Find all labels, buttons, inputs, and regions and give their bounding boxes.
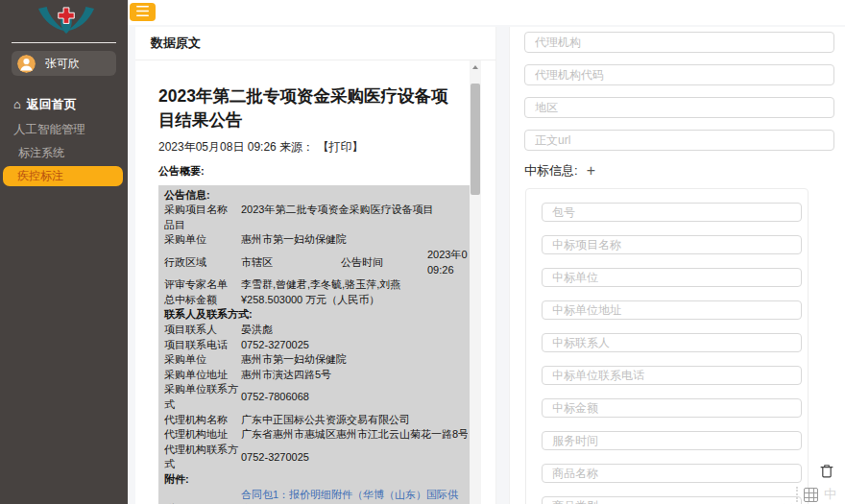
product-category-select[interactable] — [542, 496, 802, 504]
notice-row: 项目联系电话0752-3270025 — [164, 338, 468, 353]
trash-icon — [820, 467, 833, 481]
sidebar-item-label: 返回首页 — [27, 97, 77, 111]
notice-value: 品目 — [164, 218, 468, 233]
notice-row: 采购单位惠州市第一妇幼保健院 — [164, 232, 468, 248]
notice-row: 项目联系人晏洪彪 — [164, 323, 468, 338]
user-chip[interactable]: 张可欣 — [12, 51, 116, 76]
article-meta: 2023年05月08日 09:26 来源： 【打印】 — [158, 139, 493, 156]
sidebar-item-label: 人工智能管理 — [13, 123, 85, 136]
sidebar-menu: ⌂返回首页人工智能管理标注系统疾控标注 — [0, 92, 128, 186]
notice-row: 评审专家名单李雪群,曾健君,李冬毓,骆玉萍,刘燕 — [164, 277, 468, 293]
input-bid-winner[interactable] — [542, 268, 802, 287]
annotation-form-panel: 中标信息: + — [509, 27, 845, 504]
document-panel: 数据原文 2023年第二批专项资金采购医疗设备项目结果公告 2023年05月08… — [135, 27, 496, 504]
panel-title: 数据原文 — [151, 35, 201, 52]
notice-label: 总中标金额 — [164, 293, 241, 308]
notice-label: 采购单位 — [164, 352, 241, 368]
home-icon: ⌂ — [13, 97, 21, 111]
sidebar: 张可欣 ⌂返回首页人工智能管理标注系统疾控标注 — [0, 0, 128, 504]
ime-status-text: 中 人 — [824, 486, 845, 503]
notice-value: 广东省惠州市惠城区惠州市江北云山菊花一路8号办 — [241, 427, 468, 443]
input-product-name[interactable] — [542, 464, 802, 483]
document-scrollbar[interactable] — [470, 60, 481, 504]
notice-label: 项目联系人 — [164, 323, 241, 338]
menu-fold-button[interactable] — [130, 3, 156, 21]
bid-info-fields — [542, 203, 808, 483]
input-region[interactable] — [524, 97, 834, 118]
user-name: 张可欣 — [45, 56, 80, 72]
input-agency[interactable] — [524, 32, 834, 53]
notice-label: 采购单位地址 — [164, 368, 241, 383]
app-logo-icon — [36, 5, 96, 36]
notice-row: 代理机构名称广东中正国标公共资源交易有限公司 — [164, 413, 468, 428]
input-bid-contact-phone[interactable] — [542, 366, 802, 385]
article-summary-label: 公告概要: — [158, 164, 493, 179]
sidebar-divider — [12, 42, 116, 43]
input-bid-winner-address[interactable] — [542, 300, 802, 320]
notice-label: 公告时间 — [341, 255, 427, 271]
notice-row: 采购项目名称2023年第二批专项资金采购医疗设备项目 — [164, 203, 468, 218]
notice-row: 附件1合同包1：报价明细附件（华博（山东）国际供应链司）.pdf — [164, 488, 468, 504]
notice-label: 评审专家名单 — [164, 277, 241, 293]
notice-label: 采购单位联系方式 — [164, 382, 241, 412]
notice-label: 行政区域 — [164, 255, 241, 271]
ime-toolbar[interactable]: 中 人 — [796, 486, 845, 503]
notice-value: ¥258.503000 万元（人民币） — [241, 293, 468, 308]
notice-label: 采购单位 — [164, 232, 241, 248]
notice-value: 惠州市演达四路5号 — [241, 368, 468, 383]
notice-row: 品目 — [164, 218, 468, 233]
delete-bid-info-button[interactable] — [819, 464, 834, 479]
input-service-time[interactable] — [542, 431, 802, 450]
notice-value: 市辖区 — [241, 255, 341, 271]
notice-value: 2023年第二批专项资金采购医疗设备项目 — [241, 203, 468, 218]
notice-info-table: 公告信息:采购项目名称2023年第二批专项资金采购医疗设备项目品目采购单位惠州市… — [158, 185, 470, 504]
sidebar-item-label: 标注系统 — [18, 146, 64, 159]
sidebar-item-ai-management[interactable]: 人工智能管理 — [0, 117, 128, 142]
notice-section-heading: 附件: — [164, 472, 468, 488]
agency-fields — [510, 27, 845, 151]
input-bid-contact[interactable] — [542, 333, 802, 352]
select-product-category[interactable] — [542, 496, 802, 504]
scroll-up-arrow-icon[interactable] — [472, 65, 478, 69]
notice-row: 采购单位地址惠州市演达四路5号 — [164, 368, 468, 383]
input-content-url[interactable] — [524, 130, 834, 151]
notice-label: 采购项目名称 — [164, 203, 241, 218]
ime-drag-handle[interactable] — [796, 487, 798, 502]
notice-value-line: 09:26 — [427, 263, 468, 278]
menu-fold-icon — [136, 5, 149, 19]
topbar — [128, 0, 845, 25]
notice-value: 惠州市第一妇幼保健院 — [241, 352, 468, 368]
notice-label: 代理机构名称 — [164, 413, 241, 428]
input-package-no[interactable] — [542, 203, 802, 222]
attachment-link[interactable]: 合同包1：报价明细附件（华博（山东）国际供应链司）.pdf — [241, 488, 468, 504]
notice-section-heading: 公告信息: — [164, 188, 468, 204]
notice-label: 项目联系电话 — [164, 338, 241, 353]
ime-grid-icon[interactable] — [804, 488, 818, 502]
notice-value: 0752-3270025 — [241, 338, 468, 353]
notice-row: 行政区域市辖区公告时间2023年009:26 — [164, 248, 468, 277]
notice-row: 采购单位联系方式0752-7806068 — [164, 382, 468, 412]
document-scroll-area[interactable]: 2023年第二批专项资金采购医疗设备项目结果公告 2023年05月08日 09:… — [135, 60, 493, 504]
notice-value: 广东中正国标公共资源交易有限公司 — [241, 413, 468, 428]
scrollbar-thumb[interactable] — [471, 84, 480, 195]
notice-label: 代理机构地址 — [164, 427, 241, 443]
notice-row: 采购单位惠州市第一妇幼保健院 — [164, 352, 468, 368]
notice-section-heading: 联系人及联系方式: — [164, 307, 468, 323]
notice-value: 李雪群,曾健君,李冬毓,骆玉萍,刘燕 — [241, 277, 468, 293]
input-agency-code[interactable] — [524, 64, 834, 85]
notice-value: 2023年009:26 — [427, 248, 468, 277]
sidebar-item-home[interactable]: ⌂返回首页 — [0, 92, 128, 117]
notice-row: 总中标金额¥258.503000 万元（人民币） — [164, 293, 468, 308]
user-avatar-icon — [17, 55, 36, 73]
input-bid-project-name[interactable] — [542, 235, 802, 254]
bid-info-header: 中标信息: + — [524, 162, 845, 180]
input-bid-amount[interactable] — [542, 398, 802, 418]
notice-value-line: 2023年0 — [427, 248, 468, 263]
sidebar-item-disease-control-annotation[interactable]: 疾控标注 — [3, 166, 123, 186]
notice-value: 0752-3270025 — [241, 450, 468, 466]
bid-info-label: 中标信息: — [524, 162, 578, 180]
add-bid-info-button[interactable]: + — [587, 163, 595, 179]
attachment-link-line: 合同包1：报价明细附件（华博（山东）国际供应链 — [241, 488, 468, 504]
sidebar-item-annotation-system[interactable]: 标注系统 — [0, 142, 128, 163]
notice-value: 惠州市第一妇幼保健院 — [241, 232, 468, 248]
